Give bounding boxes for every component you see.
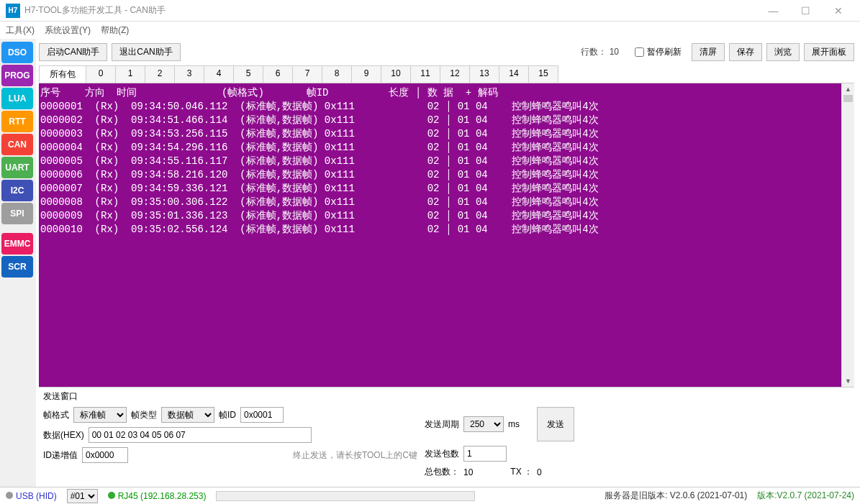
vertical-scrollbar[interactable]: ▲ ▼ <box>841 83 854 387</box>
app-version: 版本:V2.0.7 (2021-07-24) <box>757 490 854 502</box>
window-controls: — ☐ ✕ <box>757 1 854 21</box>
exit-can-button[interactable]: 退出CAN助手 <box>112 43 180 61</box>
expand-panel-button[interactable]: 展开面板 <box>804 43 854 61</box>
send-panel-title: 发送窗口 <box>43 390 850 403</box>
frame-type-label: 帧类型 <box>131 409 157 421</box>
tab-3[interactable]: 3 <box>174 65 204 83</box>
sidebar-item-can[interactable]: CAN <box>1 134 33 155</box>
sidebar-item-lua[interactable]: LUA <box>1 88 33 109</box>
sidebar-item-dso[interactable]: DSO <box>1 42 33 63</box>
frame-type-select[interactable]: 数据帧 <box>161 407 214 423</box>
data-hex-label: 数据(HEX) <box>43 429 84 441</box>
close-icon[interactable]: ✕ <box>822 1 854 21</box>
save-button[interactable]: 保存 <box>729 43 762 61</box>
app-icon: H7 <box>6 4 20 18</box>
tab-6[interactable]: 6 <box>263 65 293 83</box>
main-area: DSOPROGLUARTTCANUARTI2CSPIEMMCSCR 启动CAN助… <box>0 39 860 487</box>
sidebar-item-emmc[interactable]: EMMC <box>1 233 33 255</box>
tab-14[interactable]: 14 <box>499 65 529 83</box>
sidebar-item-rtt[interactable]: RTT <box>1 111 33 132</box>
tab-11[interactable]: 11 <box>410 65 440 83</box>
tab-12[interactable]: 12 <box>440 65 470 83</box>
start-can-button[interactable]: 启动CAN助手 <box>39 43 107 61</box>
data-hex-input[interactable] <box>89 427 312 443</box>
tab-10[interactable]: 10 <box>381 65 411 83</box>
rj45-status: RJ45 (192.168.28.253) <box>108 491 207 501</box>
sidebar-item-uart[interactable]: UART <box>1 157 33 178</box>
menu-help[interactable]: 帮助(Z) <box>101 24 129 37</box>
total-packets-label: 总包数： <box>425 466 459 478</box>
toolbar: 启动CAN助手 退出CAN助手 行数： 10 暂停刷新 清屏 保存 浏览 展开面… <box>39 42 854 65</box>
tab-4[interactable]: 4 <box>204 65 234 83</box>
frame-format-label: 帧格式 <box>43 409 69 421</box>
pause-refresh-checkbox[interactable]: 暂停刷新 <box>635 46 682 58</box>
clear-button[interactable]: 清屏 <box>692 43 725 61</box>
period-unit: ms <box>508 419 520 429</box>
total-packets-value: 10 <box>463 467 473 477</box>
frame-format-select[interactable]: 标准帧 <box>73 407 127 423</box>
scroll-up-icon[interactable]: ▲ <box>842 83 854 95</box>
sidebar-item-spi[interactable]: SPI <box>1 203 33 224</box>
tabs: 所有包 0123456789101112131415 <box>39 65 854 83</box>
rows-label: 行数： 10 <box>581 46 619 58</box>
tab-2[interactable]: 2 <box>145 65 175 83</box>
tab-7[interactable]: 7 <box>292 65 322 83</box>
send-period-label: 发送周期 <box>425 418 459 431</box>
tab-5[interactable]: 5 <box>233 65 263 83</box>
sidebar: DSOPROGLUARTTCANUARTI2CSPIEMMCSCR <box>0 39 36 487</box>
minimize-icon[interactable]: — <box>757 1 789 21</box>
tab-9[interactable]: 9 <box>351 65 381 83</box>
server-version: 服务器是旧版本: V2.0.6 (2021-07-01) <box>605 490 747 502</box>
horizontal-scrollbar[interactable] <box>216 491 475 501</box>
frame-id-input[interactable] <box>240 407 284 423</box>
usb-status: USB (HID) <box>6 491 57 501</box>
tab-15[interactable]: 15 <box>528 65 558 83</box>
tab-1[interactable]: 1 <box>115 65 145 83</box>
sidebar-item-prog[interactable]: PROG <box>1 65 33 86</box>
send-period-select[interactable]: 250 <box>463 416 504 432</box>
frame-id-label: 帧ID <box>219 409 236 421</box>
send-button[interactable]: 发送 <box>537 407 574 441</box>
maximize-icon[interactable]: ☐ <box>789 1 822 21</box>
tab-0[interactable]: 0 <box>86 65 116 83</box>
scroll-down-icon[interactable]: ▼ <box>842 375 854 387</box>
stop-hint: 终止发送，请长按TOOL上的C键 <box>293 449 417 462</box>
menu-system[interactable]: 系统设置(Y) <box>45 24 91 37</box>
window-title: H7-TOOL多功能开发工具 - CAN助手 <box>24 4 757 17</box>
id-increment-input[interactable] <box>82 447 128 463</box>
send-count-label: 发送包数 <box>425 448 459 460</box>
sidebar-item-i2c[interactable]: I2C <box>1 180 33 201</box>
port-select[interactable]: #01 <box>67 489 98 503</box>
menu-bar: 工具(X) 系统设置(Y) 帮助(Z) <box>0 22 860 39</box>
send-count-input[interactable] <box>463 446 507 462</box>
tx-label: TX ： <box>510 466 533 478</box>
send-panel: 发送窗口 帧格式 标准帧 帧类型 数据帧 帧ID 数据(HEX) <box>39 387 854 487</box>
data-view-wrap: 序号 方向 时间 (帧格式) 帧ID 长度 │ 数 据 + 解码 0000001… <box>39 83 854 387</box>
content: 启动CAN助手 退出CAN助手 行数： 10 暂停刷新 清屏 保存 浏览 展开面… <box>36 39 860 487</box>
tab-8[interactable]: 8 <box>322 65 352 83</box>
title-bar: H7 H7-TOOL多功能开发工具 - CAN助手 — ☐ ✕ <box>0 0 860 22</box>
status-bar: USB (HID) #01 RJ45 (192.168.28.253) 服务器是… <box>0 487 860 504</box>
tx-value: 0 <box>537 467 542 477</box>
scroll-thumb[interactable] <box>843 95 853 102</box>
tab-all[interactable]: 所有包 <box>39 65 86 83</box>
id-increment-label: ID递增值 <box>43 449 78 462</box>
tab-13[interactable]: 13 <box>469 65 499 83</box>
data-view: 序号 方向 时间 (帧格式) 帧ID 长度 │ 数 据 + 解码 0000001… <box>39 83 841 387</box>
menu-tools[interactable]: 工具(X) <box>6 24 35 37</box>
sidebar-item-scr[interactable]: SCR <box>1 256 33 278</box>
browse-button[interactable]: 浏览 <box>766 43 800 61</box>
